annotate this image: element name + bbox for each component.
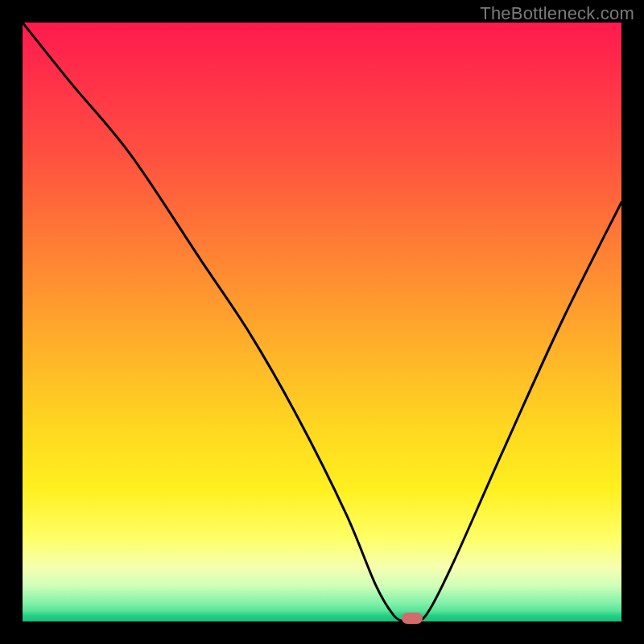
bottleneck-curve (23, 23, 621, 621)
plot-area (23, 23, 621, 621)
watermark-text: TheBottleneck.com (480, 3, 634, 24)
curve-path (23, 23, 621, 621)
chart-frame: TheBottleneck.com (0, 0, 644, 644)
optimal-point-marker (402, 613, 423, 624)
